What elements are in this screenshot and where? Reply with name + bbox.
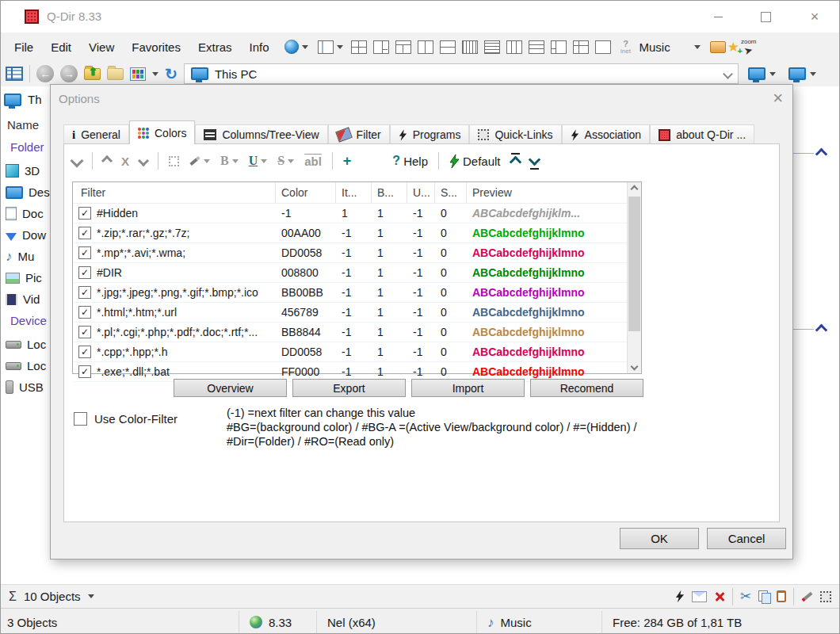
tab-quick-links[interactable]: Quick-Links <box>469 124 561 144</box>
sidebar-item-pic[interactable]: Pic <box>6 271 55 285</box>
tab-programs[interactable]: Programs <box>390 124 470 144</box>
collapse-group-chevron-icon[interactable] <box>815 148 828 161</box>
menu-info[interactable]: Info <box>240 40 277 54</box>
sidebar-item-mu[interactable]: ♪Mu <box>6 250 55 263</box>
tab-filter[interactable]: Filter <box>328 124 390 144</box>
bold-button[interactable]: B <box>220 154 239 168</box>
collapse-group-chevron-icon[interactable] <box>815 324 828 337</box>
use-color-filter-checkbox[interactable] <box>74 412 87 426</box>
underline-button[interactable]: U <box>249 154 268 168</box>
dialog-close-icon[interactable]: × <box>773 90 783 107</box>
row-checkbox[interactable]: ✓ <box>78 266 91 279</box>
refresh-icon[interactable]: ↻ <box>165 67 178 82</box>
table-row[interactable]: ✓*.zip;*.rar;*.gz;*.7z;00AA00-11-10ABCab… <box>73 223 641 243</box>
table-row[interactable]: ✓*.mp*;*.avi;*.wma;DD0058-11-10ABCabcdef… <box>73 243 641 263</box>
name-column-header[interactable]: Name <box>7 118 39 132</box>
folder-panel-icon[interactable] <box>6 67 23 81</box>
rename-icon[interactable] <box>692 591 707 602</box>
paste-icon[interactable] <box>777 590 786 602</box>
cancel-button[interactable]: Cancel <box>707 528 786 549</box>
layout-two-horizontal-icon[interactable] <box>440 40 456 54</box>
bolt-icon[interactable] <box>675 590 685 603</box>
pattern-icon[interactable] <box>169 156 179 166</box>
layout-main-left-icon[interactable] <box>551 40 567 54</box>
col-italic[interactable]: It... <box>336 182 372 203</box>
table-row[interactable]: ✓*.jpg;*.jpeg;*.png,*.gif;*.bmp;*.icoBB0… <box>73 283 641 303</box>
address-dropdown-icon[interactable] <box>723 69 733 79</box>
col-strike[interactable]: S... <box>435 182 467 203</box>
italic-pen-button[interactable] <box>189 159 210 163</box>
ok-button[interactable]: OK <box>620 528 699 549</box>
recomend-button[interactable]: Recomend <box>530 379 643 397</box>
maximize-button[interactable] <box>754 6 777 27</box>
help-button[interactable]: ? Help <box>392 154 428 168</box>
pane-view-button-1[interactable] <box>745 66 779 82</box>
col-underline[interactable]: U... <box>407 182 435 203</box>
row-checkbox[interactable]: ✓ <box>78 286 91 299</box>
back-button[interactable]: ← <box>36 65 54 82</box>
menu-extras[interactable]: Extras <box>189 40 241 54</box>
minimize-button[interactable] <box>706 6 730 27</box>
move-up-icon[interactable] <box>101 155 113 166</box>
table-row[interactable]: ✓#DIR008800-11-10ABCabcdefghijklmno <box>73 263 641 283</box>
apply-chevron-icon[interactable] <box>71 155 84 168</box>
scrollbar-down-icon[interactable] <box>628 360 641 373</box>
pane-tab-this-pc[interactable]: Th <box>4 93 42 106</box>
sidebar-item-loc[interactable]: Loc <box>6 359 55 372</box>
layout-three-vertical-icon[interactable] <box>506 40 522 54</box>
col-preview[interactable]: Preview <box>467 182 629 203</box>
edit-pencil-icon[interactable] <box>801 591 812 602</box>
favorites-star-icon[interactable]: ★+ <box>727 40 739 54</box>
table-row[interactable]: ✓*.html;*.htm;*.url456789-11-10ABCabcdef… <box>73 303 641 323</box>
layout-two-vertical-icon[interactable] <box>418 40 433 54</box>
layout-single-icon[interactable] <box>595 40 611 54</box>
rename-abl-button[interactable]: abl <box>304 155 322 168</box>
tab-colors[interactable]: Colors <box>129 120 195 144</box>
sidebar-item-doc[interactable]: Doc <box>6 207 55 220</box>
menu-edit[interactable]: Edit <box>42 40 80 54</box>
layout-quad-b-icon[interactable] <box>573 40 589 54</box>
copy-icon[interactable] <box>758 590 769 602</box>
row-checkbox[interactable]: ✓ <box>78 246 91 259</box>
music-dropdown-icon[interactable] <box>694 45 701 49</box>
layout-quad-icon[interactable] <box>351 40 367 54</box>
col-filter[interactable]: Filter <box>73 182 276 203</box>
overview-button[interactable]: Overview <box>174 379 287 397</box>
layout-three-horizontal-icon[interactable] <box>529 40 544 54</box>
add-filter-button[interactable]: + <box>343 153 352 170</box>
sidebar-item-3d[interactable]: 3D <box>6 164 55 178</box>
row-checkbox[interactable]: ✓ <box>78 207 91 220</box>
sidebar-item-usb[interactable]: USB <box>6 380 55 394</box>
music-menu-label[interactable]: Music <box>640 40 670 54</box>
import-button[interactable]: Import <box>411 379 525 397</box>
views-button[interactable] <box>130 67 146 81</box>
sidebar-item-loc[interactable]: Loc <box>6 338 55 351</box>
delete-filter-icon[interactable]: X <box>121 155 129 168</box>
default-button[interactable]: Default <box>449 155 501 168</box>
tab-general[interactable]: iGeneral <box>63 124 129 144</box>
layout-main-top-icon[interactable] <box>395 40 411 54</box>
layout-vertical-stripes-icon[interactable] <box>462 40 478 54</box>
menu-file[interactable]: File <box>6 40 42 54</box>
export-button[interactable]: Export <box>292 379 406 397</box>
new-folder-button[interactable] <box>107 68 124 80</box>
scrollbar-thumb[interactable] <box>628 197 640 331</box>
table-row[interactable]: ✓#Hidden-111-10ABCabcdefghijklm... <box>73 204 641 223</box>
table-row[interactable]: ✓*.pl;*.cgi;*.php;*.pdf;*.doc;*.rtf;*...… <box>73 323 641 342</box>
row-checkbox[interactable]: ✓ <box>78 326 91 338</box>
selection-grid-icon[interactable] <box>820 591 831 602</box>
objects-dropdown-icon[interactable] <box>88 594 94 598</box>
inet-globe-button[interactable] <box>284 40 308 54</box>
scroll-bottom-button[interactable] <box>530 153 539 170</box>
objects-count[interactable]: 10 Objects <box>24 590 81 603</box>
up-folder-button[interactable]: ⬆ <box>84 68 101 80</box>
scroll-top-button[interactable] <box>511 153 520 170</box>
table-row[interactable]: ✓*.cpp;*.hpp;*.hDD0058-11-10ABCabcdefghi… <box>73 342 641 362</box>
layout-main-right-icon[interactable] <box>373 40 389 54</box>
move-down-icon[interactable] <box>138 155 149 166</box>
tab-columns-tree-view[interactable]: Columns/Tree-View <box>195 124 327 144</box>
printer-icon[interactable] <box>710 41 726 53</box>
row-checkbox[interactable]: ✓ <box>78 346 91 358</box>
tab-association[interactable]: Association <box>562 124 651 144</box>
zoom-cursor-icon[interactable]: zoom➤ <box>741 39 757 55</box>
